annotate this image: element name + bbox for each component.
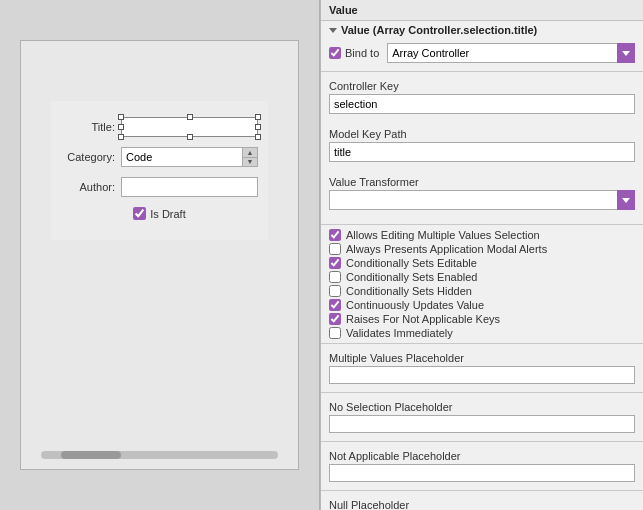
category-stepper[interactable]: ▲ ▼ [242, 147, 258, 167]
author-field-wrapper [121, 177, 258, 197]
option-checkbox-0[interactable] [329, 229, 341, 241]
option-checkbox-5[interactable] [329, 299, 341, 311]
controller-key-label: Controller Key [329, 80, 635, 92]
option-checkbox-2[interactable] [329, 257, 341, 269]
stepper-up[interactable]: ▲ [243, 148, 257, 158]
placeholder-section-2: Not Applicable Placeholder [321, 446, 643, 486]
handle-ml [118, 124, 124, 130]
handle-tr [255, 114, 261, 120]
model-key-label: Model Key Path [329, 128, 635, 140]
section-title: Value (Array Controller.selection.title) [341, 24, 537, 36]
divider-3 [321, 343, 643, 344]
h-scroll-thumb[interactable] [61, 451, 121, 459]
title-row: Title: [61, 117, 258, 137]
model-key-section: Model Key Path [321, 124, 643, 172]
option-checkbox-1[interactable] [329, 243, 341, 255]
handle-bl [118, 134, 124, 140]
value-transformer-section: Value Transformer [321, 172, 643, 220]
bind-to-checkbox[interactable] [329, 47, 341, 59]
ph-divider-1 [321, 441, 643, 442]
is-draft-label: Is Draft [150, 208, 185, 220]
bind-to-select-wrapper: Array Controller File's Owner App Delega… [387, 43, 635, 63]
triangle-icon [329, 28, 337, 33]
author-label: Author: [61, 181, 121, 193]
placeholder-label-0: Multiple Values Placeholder [329, 352, 635, 364]
option-label-3: Conditionally Sets Enabled [346, 271, 477, 283]
h-scrollbar[interactable] [41, 451, 278, 459]
stepper-down[interactable]: ▼ [243, 158, 257, 167]
is-draft-row: Is Draft [61, 207, 258, 220]
panel-header: Value [321, 0, 643, 21]
handle-tl [118, 114, 124, 120]
divider-1 [321, 71, 643, 72]
placeholders-list: Multiple Values PlaceholderNo Selection … [321, 348, 643, 510]
option-row-3: Conditionally Sets Enabled [321, 271, 643, 283]
category-label: Category: [61, 151, 121, 163]
ph-divider-2 [321, 490, 643, 491]
panel-title: Value [329, 4, 358, 16]
model-key-row: Model Key Path [329, 128, 635, 162]
author-row: Author: [61, 177, 258, 197]
option-checkbox-7[interactable] [329, 327, 341, 339]
category-input[interactable] [121, 147, 258, 167]
section-header[interactable]: Value (Array Controller.selection.title) [321, 21, 643, 39]
placeholder-label-1: No Selection Placeholder [329, 401, 635, 413]
category-row: Category: ▲ ▼ [61, 147, 258, 167]
option-row-5: Continuously Updates Value [321, 299, 643, 311]
placeholder-label-2: Not Applicable Placeholder [329, 450, 635, 462]
placeholder-input-0[interactable] [329, 366, 635, 384]
title-field-container [121, 117, 258, 137]
bind-to-select[interactable]: Array Controller File's Owner App Delega… [387, 43, 635, 63]
placeholder-input-1[interactable] [329, 415, 635, 433]
title-label: Title: [61, 121, 121, 133]
option-label-5: Continuously Updates Value [346, 299, 484, 311]
option-row-7: Validates Immediately [321, 327, 643, 339]
category-field-wrapper: ▲ ▼ [121, 147, 258, 167]
left-panel: Title: Category: [0, 0, 320, 510]
option-row-6: Raises For Not Applicable Keys [321, 313, 643, 325]
bind-to-row: Bind to Array Controller File's Owner Ap… [329, 43, 635, 63]
option-checkbox-3[interactable] [329, 271, 341, 283]
canvas-area: Title: Category: [20, 40, 299, 470]
placeholder-input-2[interactable] [329, 464, 635, 482]
bind-to-section: Bind to Array Controller File's Owner Ap… [321, 39, 643, 67]
bind-to-label: Bind to [345, 47, 379, 59]
option-row-0: Allows Editing Multiple Values Selection [321, 229, 643, 241]
value-transformer-label: Value Transformer [329, 176, 635, 188]
options-list: Allows Editing Multiple Values Selection… [321, 229, 643, 339]
is-draft-checkbox[interactable] [133, 207, 146, 220]
handle-br [255, 134, 261, 140]
handle-tc [187, 114, 193, 120]
placeholder-section-1: No Selection Placeholder [321, 397, 643, 437]
option-label-6: Raises For Not Applicable Keys [346, 313, 500, 325]
option-label-2: Conditionally Sets Editable [346, 257, 477, 269]
divider-2 [321, 224, 643, 225]
handle-bc [187, 134, 193, 140]
handle-mr [255, 124, 261, 130]
value-transformer-row: Value Transformer [329, 176, 635, 210]
ph-divider-0 [321, 392, 643, 393]
controller-key-input[interactable] [329, 94, 635, 114]
option-row-1: Always Presents Application Modal Alerts [321, 243, 643, 255]
option-checkbox-4[interactable] [329, 285, 341, 297]
model-key-input[interactable] [329, 142, 635, 162]
value-transformer-wrapper [329, 190, 635, 210]
option-label-4: Conditionally Sets Hidden [346, 285, 472, 297]
placeholder-section-3: Null Placeholder [321, 495, 643, 510]
form-container: Title: Category: [51, 101, 268, 240]
option-row-4: Conditionally Sets Hidden [321, 285, 643, 297]
controller-key-section: Controller Key [321, 76, 643, 124]
author-input[interactable] [121, 177, 258, 197]
option-checkbox-6[interactable] [329, 313, 341, 325]
placeholder-section-0: Multiple Values Placeholder [321, 348, 643, 388]
option-row-2: Conditionally Sets Editable [321, 257, 643, 269]
option-label-7: Validates Immediately [346, 327, 453, 339]
right-panel: Value Value (Array Controller.selection.… [320, 0, 643, 510]
option-label-1: Always Presents Application Modal Alerts [346, 243, 547, 255]
placeholder-label-3: Null Placeholder [329, 499, 635, 510]
option-label-0: Allows Editing Multiple Values Selection [346, 229, 540, 241]
controller-key-row: Controller Key [329, 80, 635, 114]
value-transformer-select[interactable] [329, 190, 635, 210]
